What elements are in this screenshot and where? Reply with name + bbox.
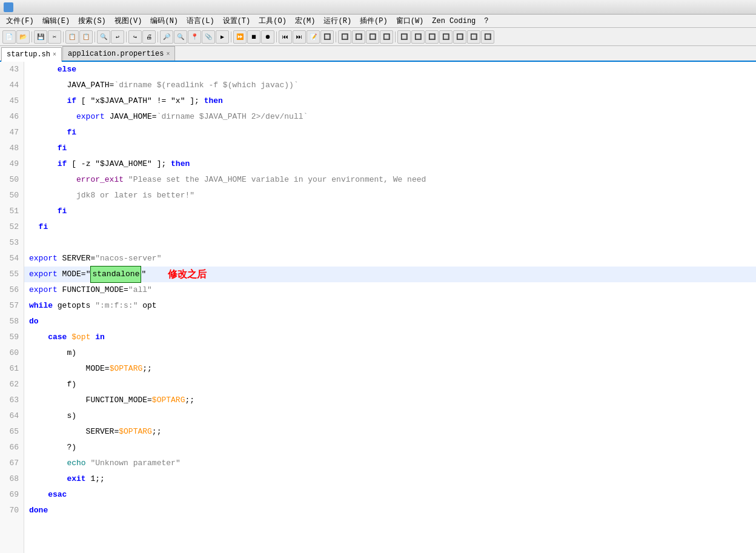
highlighted-value: standalone (90, 266, 141, 283)
toolbar-button-17[interactable]: ⏺ (261, 30, 274, 44)
code-line: m) (24, 345, 756, 361)
toolbar-button-23[interactable]: 🔲 (352, 30, 365, 44)
toolbar-button-4[interactable]: 📋 (65, 30, 79, 44)
toolbar-button-20[interactable]: 📝 (307, 30, 320, 44)
code-line: fi (24, 204, 756, 219)
menu-item-?[interactable]: ? (480, 16, 492, 26)
code-line: done (24, 503, 756, 518)
tab-application-properties[interactable]: application.properties× (62, 46, 175, 61)
toolbar: 📄📂💾✂️📋📋🔍↩↪🖨🔎🔍📍📎▶⏩⏹⏺⏮⏭📝🔲🔲🔲🔲🔲🔲🔲🔲🔲🔲🔲🔲 (0, 28, 756, 46)
code-line: if [ "x$JAVA_PATH" != "x" ]; then (24, 93, 756, 109)
code-token: esac (48, 487, 67, 503)
tab-close[interactable]: × (53, 51, 56, 58)
menu-item-插件(P)[interactable]: 插件(P) (356, 15, 391, 27)
code-token: if (67, 93, 76, 109)
toolbar-button-2[interactable]: 💾 (34, 30, 47, 44)
toolbar-button-16[interactable]: ⏹ (247, 30, 260, 44)
toolbar-button-6[interactable]: 🔍 (97, 30, 110, 44)
toolbar-button-15[interactable]: ⏩ (233, 30, 247, 44)
code-line: s) (24, 408, 756, 424)
code-content[interactable]: else JAVA_PATH=`dirname $(readlink -f $(… (24, 62, 756, 553)
line-number: 50 (0, 172, 24, 188)
code-token: ?) (29, 440, 76, 455)
toolbar-button-29[interactable]: 🔲 (439, 30, 453, 44)
menu-item-编码(N)[interactable]: 编码(N) (147, 15, 182, 27)
code-token (29, 156, 58, 172)
toolbar-button-22[interactable]: 🔲 (338, 30, 351, 44)
menu-item-设置(T)[interactable]: 设置(T) (219, 15, 254, 27)
menu-item-视图(V)[interactable]: 视图(V) (111, 15, 146, 27)
tab-bar: startup.sh×application.properties× (0, 46, 756, 62)
code-token (146, 267, 156, 282)
toolbar-button-18[interactable]: ⏮ (279, 30, 292, 44)
annotation-text: 修改之后 (168, 267, 207, 282)
code-token: [ "x$JAVA_PATH" != "x" ]; (76, 93, 204, 109)
code-token (90, 329, 95, 345)
code-line: if [ -z "$JAVA_HOME" ]; then (24, 156, 756, 172)
toolbar-separator (63, 31, 64, 42)
toolbar-button-9[interactable]: 🖨 (142, 30, 156, 44)
line-number: 64 (0, 408, 24, 424)
code-token: MODE= (58, 267, 86, 282)
code-token: then (204, 93, 223, 109)
toolbar-separator (158, 31, 158, 42)
toolbar-button-0[interactable]: 📄 (2, 30, 16, 44)
code-token: MODE= (29, 361, 110, 377)
tab-close[interactable]: × (166, 51, 170, 58)
menu-item-Zen Coding[interactable]: Zen Coding (428, 16, 479, 26)
tab-label: startup.sh (7, 50, 50, 59)
line-number: 60 (0, 345, 24, 361)
code-line: f) (24, 377, 756, 392)
toolbar-button-11[interactable]: 🔍 (174, 30, 187, 44)
line-numbers: 4344454647484950505152535455565758596061… (0, 62, 24, 553)
toolbar-button-3[interactable]: ✂️ (48, 30, 61, 44)
code-area: 4344454647484950505152535455565758596061… (0, 62, 756, 553)
code-line: export SERVER="nacos-server" (24, 251, 756, 267)
toolbar-separator (395, 31, 396, 42)
menu-item-运行(R)[interactable]: 运行(R) (320, 15, 355, 27)
menu-item-搜索(S)[interactable]: 搜索(S) (75, 15, 110, 27)
code-token: " (141, 267, 146, 282)
app-icon (4, 2, 13, 12)
menu-item-编辑(E)[interactable]: 编辑(E) (39, 15, 74, 27)
line-number: 51 (0, 204, 24, 219)
menu-item-工具(O)[interactable]: 工具(O) (255, 15, 290, 27)
code-line: ?) (24, 440, 756, 455)
toolbar-button-14[interactable]: ▶ (216, 30, 229, 44)
menu-item-文件(F)[interactable]: 文件(F) (2, 15, 38, 27)
toolbar-separator (94, 31, 95, 42)
toolbar-button-26[interactable]: 🔲 (397, 30, 411, 44)
code-token: fi (39, 219, 48, 235)
line-number: 68 (0, 471, 24, 487)
code-token: s) (29, 408, 76, 424)
code-token: FUNCTION_MODE= (58, 282, 128, 298)
toolbar-button-21[interactable]: 🔲 (320, 30, 334, 44)
toolbar-button-19[interactable]: ⏭ (293, 30, 306, 44)
code-token: jdk8 or later is better!" (76, 188, 194, 204)
code-token (29, 62, 58, 78)
code-token: fi (58, 204, 67, 219)
code-token: FUNCTION_MODE= (29, 392, 152, 408)
toolbar-separator (336, 31, 336, 42)
menu-item-语言(L)[interactable]: 语言(L) (183, 15, 218, 27)
code-token: case (48, 329, 67, 345)
toolbar-button-13[interactable]: 📎 (202, 30, 215, 44)
toolbar-button-7[interactable]: ↩ (111, 30, 124, 44)
toolbar-button-12[interactable]: 📍 (188, 30, 201, 44)
line-number: 69 (0, 487, 24, 503)
toolbar-button-32[interactable]: 🔲 (481, 30, 494, 44)
menu-item-窗口(W)[interactable]: 窗口(W) (393, 15, 428, 27)
code-token: "Please set the JAVA_HOME variable in yo… (128, 172, 426, 188)
toolbar-button-28[interactable]: 🔲 (425, 30, 439, 44)
toolbar-button-8[interactable]: ↪ (128, 30, 142, 44)
tab-startup-sh[interactable]: startup.sh× (1, 47, 62, 62)
toolbar-button-27[interactable]: 🔲 (411, 30, 425, 44)
toolbar-button-30[interactable]: 🔲 (453, 30, 466, 44)
toolbar-button-1[interactable]: 📂 (16, 30, 30, 44)
menu-item-宏(M)[interactable]: 宏(M) (291, 15, 319, 27)
toolbar-button-24[interactable]: 🔲 (366, 30, 379, 44)
toolbar-button-10[interactable]: 🔎 (160, 30, 173, 44)
toolbar-button-31[interactable]: 🔲 (467, 30, 480, 44)
toolbar-button-5[interactable]: 📋 (79, 30, 93, 44)
toolbar-button-25[interactable]: 🔲 (380, 30, 393, 44)
